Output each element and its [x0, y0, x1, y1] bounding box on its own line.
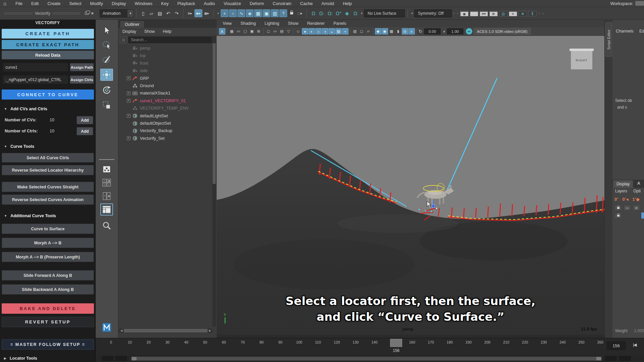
- snap-curve-icon[interactable]: ‹: [229, 9, 237, 17]
- wireframe-icon[interactable]: ◇: [295, 28, 302, 35]
- outliner-menu-display[interactable]: Display: [122, 29, 136, 34]
- open-scene-icon[interactable]: ▱: [148, 9, 155, 17]
- flyout-arrow-icon[interactable]: ›: [539, 11, 540, 15]
- exposure-icon[interactable]: ↻: [419, 29, 422, 34]
- zoom-tool-icon[interactable]: [100, 220, 113, 232]
- viewport-menu-renderer[interactable]: Renderer: [307, 21, 325, 26]
- default-material-icon[interactable]: ◉: [382, 28, 388, 35]
- isolate-select-icon[interactable]: ◻: [359, 28, 365, 35]
- curve-tools-button-2[interactable]: Reverse Selected Locator Hierarchy: [2, 165, 94, 175]
- lasso-tool-icon[interactable]: [100, 39, 113, 51]
- gate-mask-icon[interactable]: ▣: [249, 28, 255, 35]
- layout-single-pane-icon[interactable]: [100, 163, 113, 175]
- outliner-item-side[interactable]: side: [118, 67, 212, 74]
- layout-persp-outliner-icon[interactable]: [100, 203, 113, 216]
- live-connections-icon[interactable]: Ω: [352, 9, 359, 17]
- snap-view-plane-icon[interactable]: ▦: [254, 9, 262, 17]
- select-component-icon[interactable]: ▦►: [203, 9, 211, 17]
- assign-ctrls-button[interactable]: Assign Ctrls: [70, 75, 94, 84]
- color-management-toggle-icon[interactable]: on: [466, 28, 472, 35]
- snap-help-icon[interactable]: ?: [279, 9, 287, 17]
- symmetry-field[interactable]: Symmetry: Off: [414, 9, 452, 17]
- scroll-right-icon[interactable]: ▶: [208, 328, 212, 333]
- range-slider[interactable]: [96, 355, 644, 362]
- output-connections-icon[interactable]: Ω·: [318, 9, 326, 17]
- range-start-field[interactable]: [102, 356, 114, 361]
- gamma-field[interactable]: 1.00: [447, 28, 464, 35]
- menu-deform[interactable]: Deform: [245, 1, 268, 6]
- xray-icon[interactable]: ▧: [352, 28, 358, 35]
- menu-modify[interactable]: Modify: [86, 1, 107, 6]
- viewport-menu-show[interactable]: Show: [288, 21, 299, 26]
- colorspace-selector[interactable]: ACES 1.0 SDR-video (sRGB): [474, 28, 531, 35]
- select-tool-icon[interactable]: [100, 24, 113, 37]
- menu-audio[interactable]: Audio: [199, 1, 219, 6]
- num-cvs-value[interactable]: 10: [50, 118, 54, 122]
- new-scene-icon[interactable]: ▯: [139, 9, 147, 17]
- menu-constrain[interactable]: Constrain: [268, 1, 296, 6]
- drag-handle[interactable]: [52, 12, 81, 14]
- bookmark-icon[interactable]: ▽: [285, 28, 292, 35]
- film-clip-icon[interactable]: ▥: [271, 9, 279, 17]
- resolution-gate-icon[interactable]: ▢: [242, 28, 249, 35]
- curve-tools-button-3[interactable]: Make Selected Curves Straight: [2, 182, 94, 192]
- curve-name-field[interactable]: curve1: [3, 63, 68, 71]
- range-handle-right[interactable]: [596, 357, 601, 360]
- options-menu[interactable]: Opti: [633, 189, 641, 193]
- viewport-canvas[interactable]: RIGHT Y persp 11.9 fps: [217, 20, 604, 335]
- additional-tools-button-1[interactable]: Curve to Surface: [2, 224, 94, 234]
- snap-projected-center-icon[interactable]: ◈: [246, 9, 254, 17]
- view-cube[interactable]: RIGHT: [570, 49, 594, 69]
- expand-icon[interactable]: +: [127, 136, 130, 140]
- live-surface-field[interactable]: No Live Surface: [364, 9, 405, 17]
- num-ctrls-value[interactable]: 10: [50, 129, 54, 133]
- make-live-icon[interactable]: ▣: [263, 9, 270, 17]
- menu-file[interactable]: File: [11, 1, 27, 6]
- paint-effects-icon[interactable]: ▮: [395, 28, 401, 35]
- outliner-vertical-scrollbar[interactable]: [212, 36, 216, 327]
- drag-handle[interactable]: [4, 12, 33, 14]
- outliner-horizontal-scrollbar[interactable]: ◀ ▶: [119, 328, 212, 333]
- range-end-field[interactable]: [619, 356, 631, 361]
- highlight-selection-icon[interactable]: ⬚►: [296, 9, 304, 17]
- scroll-left-icon[interactable]: ◀: [119, 328, 124, 333]
- section-locator-tools[interactable]: ▶ Locator Tools: [4, 356, 37, 361]
- menu-select[interactable]: Select: [65, 1, 86, 6]
- flyout-arrow-icon[interactable]: ›: [542, 11, 543, 15]
- exposure-field[interactable]: 0.00: [424, 28, 441, 35]
- add-ctrls-button[interactable]: Add: [76, 127, 93, 135]
- sculpt-icon[interactable]: ◎: [402, 28, 408, 35]
- render-view-icon[interactable]: ◉: [460, 10, 469, 16]
- chevron-down-icon[interactable]: ▾: [217, 11, 219, 15]
- menu-help[interactable]: Help: [338, 1, 356, 6]
- expand-icon[interactable]: +: [127, 76, 130, 80]
- filter-icon[interactable]: ⊡: [120, 37, 127, 43]
- outliner-item-vectorify_backup[interactable]: Vectorify_Backup: [118, 127, 212, 134]
- tab-display[interactable]: Display: [613, 180, 633, 188]
- additional-tools-button-4[interactable]: Slide Forward A Along B: [2, 270, 94, 281]
- layer-render-icon[interactable]: ⊘: [633, 205, 640, 211]
- undo-icon[interactable]: ↶: [164, 9, 172, 17]
- outliner-menu-help[interactable]: Help: [163, 29, 171, 34]
- select-object-icon[interactable]: ◉►: [195, 9, 202, 17]
- scale-tool-icon[interactable]: [100, 99, 113, 111]
- reload-data-button[interactable]: Reload Data: [2, 51, 94, 59]
- layers-menu[interactable]: Layers: [615, 189, 627, 193]
- create-exact-path-button[interactable]: CREATE EXACT PATH: [2, 40, 94, 49]
- texture-ref-icon[interactable]: ▩: [388, 28, 395, 35]
- layout-two-pane-icon[interactable]: +◆: [100, 190, 113, 202]
- menu-set-dropdown[interactable]: Animation ▼: [100, 9, 134, 17]
- layout-four-pane-icon[interactable]: +◆++: [100, 177, 113, 189]
- menu-visualize[interactable]: Visualize: [219, 1, 246, 6]
- range-min-field[interactable]: [115, 356, 127, 361]
- current-frame-field[interactable]: 156: [606, 341, 626, 350]
- expand-icon[interactable]: +: [127, 99, 130, 103]
- ctrl-name-field[interactable]: ;_rigPuppet_v012:global_CTRL: [3, 75, 68, 84]
- lock-selection-icon[interactable]: [288, 9, 296, 17]
- camera-select-icon[interactable]: A: [219, 28, 225, 35]
- section-add-cvs[interactable]: ▼ Add CVs and Ctrls: [4, 107, 47, 111]
- layer-create-buttons[interactable]: 0+ 0+◂ 1+◆: [614, 197, 640, 202]
- range-max-field[interactable]: [605, 356, 617, 361]
- render-current-frame-icon[interactable]: [470, 10, 478, 16]
- layer-visibility-icon[interactable]: ▭: [624, 205, 631, 211]
